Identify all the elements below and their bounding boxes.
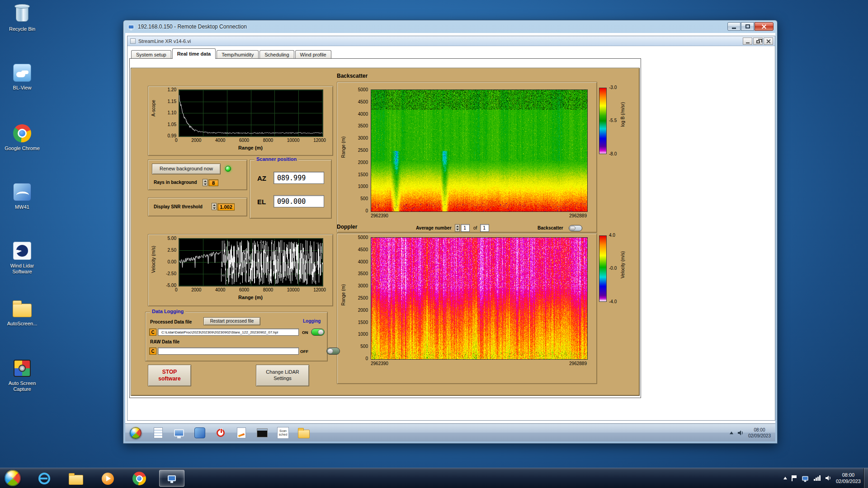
ascope-y-axis-label: A-scope <box>151 100 156 117</box>
tick-label: 1500 <box>358 172 368 177</box>
change-lidar-settings-button[interactable]: Change LiDAR Settings <box>256 365 309 386</box>
tick-label: 1.05 <box>168 122 176 127</box>
rdp-titlebar[interactable]: 192.168.0.150 - Remote Desktop Connectio… <box>123 20 777 33</box>
processed-logging-toggle[interactable] <box>311 328 325 336</box>
average-number-value[interactable]: 1 <box>461 224 470 232</box>
doppler-colorbar-label: Velocity (m/s) <box>620 251 625 278</box>
processed-path-field[interactable]: C:\Lidar\Data\Proc\2023\202309\20230902\… <box>158 328 299 336</box>
tray-date: 02/09/2023 <box>836 478 861 484</box>
close-icon[interactable] <box>755 22 774 31</box>
backscatter-toggle[interactable] <box>569 225 582 231</box>
tab-system-setup[interactable]: System setup <box>131 50 171 59</box>
backscatter-colorbar-label: log B (/m/sr) <box>620 102 625 127</box>
taskbar-rdp-button[interactable] <box>159 470 184 487</box>
taskbar-ie-icon[interactable] <box>35 472 53 485</box>
snr-spinner[interactable] <box>212 203 217 210</box>
desktop-icon-label: Auto Screen Capture <box>3 380 42 392</box>
raw-data-file-label: RAW Data file <box>150 339 179 344</box>
az-label: AZ <box>257 174 266 182</box>
processed-data-file-label: Processed Data file <box>150 319 192 324</box>
desktop-icon-wind-lidar[interactable]: Wind Lidar Software <box>3 240 42 275</box>
journal-app-icon[interactable] <box>151 426 165 440</box>
show-desktop-button[interactable] <box>863 468 868 488</box>
blue-app-icon[interactable] <box>193 426 207 440</box>
taskbar: 08:00 02/09/2023 <box>0 468 868 488</box>
minimize-icon[interactable] <box>727 22 741 31</box>
power-off-icon[interactable] <box>214 426 227 440</box>
command-prompt-icon[interactable] <box>255 426 269 440</box>
tick-label: 0 <box>365 208 368 213</box>
maximize-icon[interactable] <box>741 22 754 31</box>
remote-clock[interactable]: 08:00 02/09/2023 <box>748 427 771 439</box>
velocity-plot-canvas <box>179 238 323 286</box>
el-value[interactable]: 090.000 <box>274 195 324 207</box>
tab-scheduling[interactable]: Scheduling <box>259 50 294 59</box>
doppler-plot-box: Range (m) 5000 4500 4000 3500 3000 2500 … <box>337 233 597 384</box>
velocity-x-axis-label: Range (m) <box>179 295 322 300</box>
tick-label: 0 <box>175 138 178 143</box>
raw-drive-button[interactable]: C <box>149 347 156 355</box>
average-count-value[interactable]: 1 <box>480 224 489 232</box>
app-titlebar[interactable]: StreamLine XR v14-6.vi <box>127 36 775 46</box>
desktop-icon-label: AutoScreen... <box>7 321 38 327</box>
desktop-icon-auto-screen-capture[interactable]: Auto Screen Capture <box>3 358 42 392</box>
show-hidden-icons[interactable] <box>730 432 733 434</box>
colorbar-tick: 4.0 <box>609 233 615 238</box>
start-button[interactable] <box>5 470 21 486</box>
desktop-icon-mw41[interactable]: MW41 <box>3 182 42 210</box>
renew-background-button[interactable]: Renew background now <box>152 164 221 174</box>
network-icon[interactable] <box>814 475 821 481</box>
stop-software-button[interactable]: STOP software <box>148 365 191 386</box>
monitor-app-icon[interactable] <box>172 426 186 440</box>
rays-spinner[interactable] <box>203 179 208 186</box>
folder-icon[interactable] <box>297 426 311 440</box>
display-tray-icon[interactable] <box>802 476 808 480</box>
processed-drive-button[interactable]: C <box>149 328 156 336</box>
average-number-spinner[interactable] <box>455 224 460 232</box>
raw-logging-toggle[interactable] <box>326 347 340 355</box>
scan-schedule-icon[interactable]: Scan sched <box>276 426 290 440</box>
remote-start-button[interactable] <box>130 427 142 439</box>
tick-label: 8000 <box>263 287 273 292</box>
doppler-colorbar <box>599 235 607 302</box>
doppler-y-axis-label: Range (m) <box>341 284 346 305</box>
clock[interactable]: 08:00 02/09/2023 <box>836 472 861 485</box>
show-hidden-icons[interactable] <box>783 477 787 479</box>
action-center-icon[interactable] <box>792 475 797 481</box>
taskbar-explorer-icon[interactable] <box>67 472 85 485</box>
restart-processed-file-button[interactable]: Restart processed file <box>203 317 260 325</box>
minimize-icon[interactable] <box>743 38 752 45</box>
desktop-icon-recycle-bin[interactable]: Recycle Bin <box>3 4 42 32</box>
off-label: OFF <box>300 349 308 354</box>
backscatter-plot-box: Range (m) 5000 4500 4000 3500 3000 2500 … <box>337 82 597 233</box>
tab-temp-humidity[interactable]: Temp/humidity <box>217 50 259 59</box>
doppler-x-ticks: 2962390 2962889 <box>371 361 587 366</box>
raw-path-field[interactable] <box>158 347 299 355</box>
desktop-icon-blview[interactable]: BL-View <box>3 62 42 91</box>
restore-icon[interactable] <box>753 38 763 45</box>
average-number-label: Average number <box>416 225 452 230</box>
close-icon[interactable] <box>764 38 773 45</box>
streamline-app-window: StreamLine XR v14-6.vi System setup Real… <box>127 36 775 421</box>
tick-label: 500 <box>360 344 368 349</box>
snr-value[interactable]: 1.002 <box>217 203 235 211</box>
taskbar-media-player-icon[interactable] <box>99 472 117 485</box>
doppler-heatmap-canvas <box>371 237 588 360</box>
tick-label: 4000 <box>358 112 368 117</box>
volume-icon[interactable] <box>826 475 831 481</box>
desktop-icon-autoscreen[interactable]: AutoScreen... <box>3 298 42 327</box>
volume-icon[interactable] <box>738 430 744 436</box>
rays-value[interactable]: 8 <box>208 179 218 186</box>
taskbar-chrome-icon[interactable] <box>130 472 148 485</box>
backscatter-title: Backscatter <box>337 73 368 79</box>
tab-real-time-data[interactable]: Real time data <box>172 48 216 59</box>
tick-label: 0.00 <box>168 259 176 264</box>
tab-wind-profile[interactable]: Wind profile <box>295 50 331 59</box>
tick-label: 1.15 <box>168 99 176 104</box>
document-app-icon[interactable] <box>235 426 248 440</box>
desktop-icon-chrome[interactable]: Google Chrome <box>3 123 42 151</box>
tick-label: 5.00 <box>168 236 176 241</box>
recycle-bin-icon <box>12 4 33 24</box>
colorbar-tick: -8.0 <box>609 151 617 156</box>
az-value[interactable]: 089.999 <box>274 172 324 184</box>
